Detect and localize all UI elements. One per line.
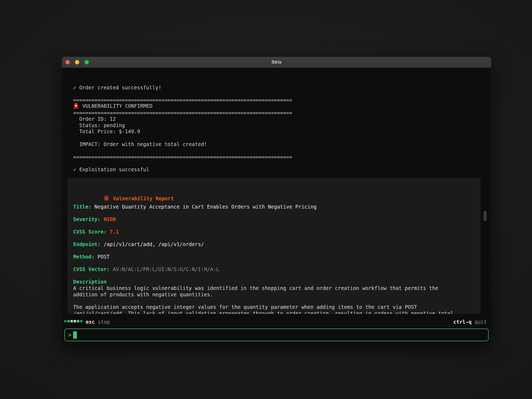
report-field-value: Negative Quantity Acceptance in Cart Ena… xyxy=(92,204,317,210)
stop-action-label: stop xyxy=(98,319,110,325)
report-field-label: Method: xyxy=(73,254,94,260)
zoom-button[interactable] xyxy=(85,60,89,64)
report-field-row: CVSS Vector: AV:N/AC:L/PR:L/UI:N/S:U/C:N… xyxy=(73,266,219,272)
report-field-label: CVSS Vector: xyxy=(73,266,110,272)
vulnerability-banner: VULNERABILITY CONFIRMED xyxy=(73,102,152,109)
report-field-value: AV:N/AC:L/PR:L/UI:N/S:U/C:N/I:H/A:L xyxy=(110,266,219,272)
siren-icon xyxy=(73,102,79,109)
description-paragraph: The application accepts negative integer… xyxy=(73,304,454,314)
exploitation-success-line: ✓ Exploitation successful xyxy=(73,166,149,173)
report-field-row: Method: POST xyxy=(73,253,110,260)
quit-hint: ctrl-q quit xyxy=(453,318,487,325)
report-field-label: Title: xyxy=(73,204,92,210)
window-titlebar[interactable]: Strix xyxy=(62,57,491,68)
order-status-line: Status: pending xyxy=(73,122,125,128)
ctrl-q-key-hint: ctrl-q xyxy=(453,319,472,325)
command-input[interactable]: > xyxy=(64,329,489,341)
report-field-label: Severity: xyxy=(73,216,101,222)
minimize-button[interactable] xyxy=(75,60,79,64)
report-field-value: 7.1 xyxy=(107,229,119,235)
text-cursor xyxy=(73,331,77,339)
report-header-text: Vulnerability Report xyxy=(113,195,174,202)
vulnerability-banner-text: VULNERABILITY CONFIRMED xyxy=(82,103,152,109)
terminal-window: Strix ✓ Order created successfully! ====… xyxy=(62,57,491,343)
activity-spinner xyxy=(64,320,82,322)
report-field-row: Severity: HIGH xyxy=(73,216,116,222)
spinner-square xyxy=(64,320,66,322)
spinner-square xyxy=(74,320,76,322)
status-hint-bar: esc stop ctrl-q quit xyxy=(62,318,491,325)
stop-hint: esc stop xyxy=(86,318,110,325)
report-field-value: HIGH xyxy=(101,216,116,222)
spinner-square xyxy=(70,320,73,322)
report-field-row: Title: Negative Quantity Acceptance in C… xyxy=(73,203,317,210)
prompt-symbol: > xyxy=(68,332,71,338)
report-field-row: CVSS Score: 7.1 xyxy=(73,228,119,235)
close-button[interactable] xyxy=(65,60,70,64)
separator-line: ========================================… xyxy=(73,154,292,160)
report-field-row: Endpoint: /api/v1/cart/add, /api/v1/orde… xyxy=(73,241,204,247)
description-paragraph: A critical business logic vulnerability … xyxy=(73,285,438,298)
separator-line: ========================================… xyxy=(73,110,292,116)
quit-action-label: quit xyxy=(475,319,487,325)
terminal-output: ✓ Order created successfully! ==========… xyxy=(62,68,491,314)
order-id-line: Order ID: 12 xyxy=(73,116,116,122)
esc-key-hint: esc xyxy=(86,319,95,325)
window-title: Strix xyxy=(272,60,282,65)
impact-line: IMPACT: Order with negative total create… xyxy=(73,141,207,147)
vulnerability-report-panel: Vulnerability Report Title: Negative Qua… xyxy=(67,178,481,314)
spinner-square xyxy=(80,320,82,322)
report-field-label: CVSS Score: xyxy=(73,229,107,235)
total-price-line: Total Price: $-149.9 xyxy=(73,128,140,135)
order-success-line: ✓ Order created successfully! xyxy=(73,84,161,91)
spinner-square xyxy=(67,320,70,322)
report-field-value: POST xyxy=(94,254,110,260)
traffic-lights xyxy=(65,60,89,64)
report-field-label: Endpoint: xyxy=(73,241,101,247)
description-heading: Description xyxy=(73,279,107,285)
report-field-value: /api/v1/cart/add, /api/v1/orders/ xyxy=(101,241,204,247)
scrollbar-thumb[interactable] xyxy=(484,211,487,221)
spinner-square xyxy=(77,320,79,322)
